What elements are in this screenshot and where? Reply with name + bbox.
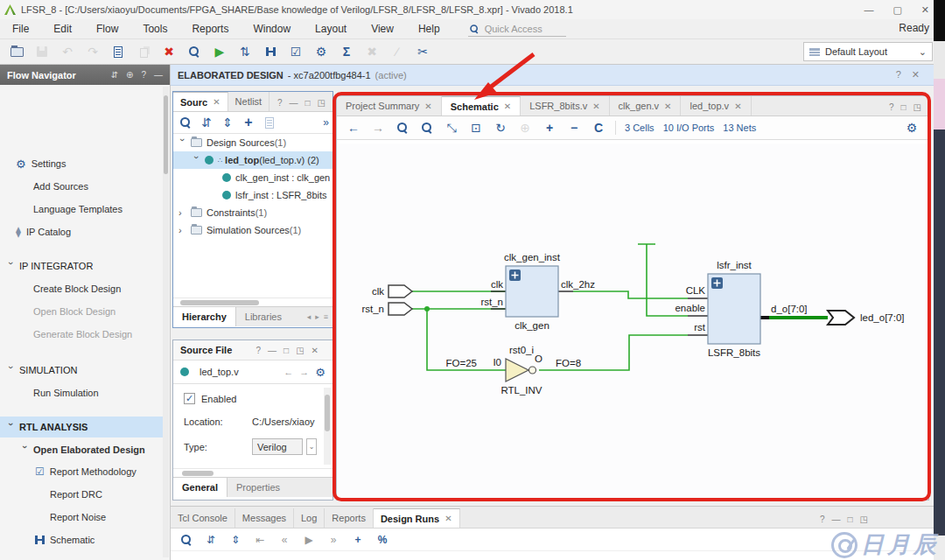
flow-item-run-simulation[interactable]: Run Simulation	[0, 382, 163, 403]
sources-hscrollbar[interactable]	[173, 298, 332, 306]
tab-project-summary[interactable]: Project Summary✕	[337, 96, 442, 116]
schematic-canvas[interactable]: clk rst_n clk rst_n clk_2hz clk_gen_inst…	[337, 144, 928, 500]
properties-vscrollbar[interactable]	[324, 388, 331, 465]
float-panel-icon[interactable]: ◳	[860, 514, 868, 524]
zoom-fit-icon[interactable]: ⤡	[444, 120, 459, 136]
zoom-out-icon[interactable]	[419, 120, 435, 136]
minimize-button[interactable]: —	[864, 4, 873, 16]
back-icon[interactable]: ←	[346, 120, 361, 136]
menu-window[interactable]: Window	[241, 23, 303, 35]
copy-button[interactable]	[136, 44, 151, 60]
tab-netlist[interactable]: Netlist	[228, 92, 270, 111]
minimize-panel-icon[interactable]: —	[832, 514, 841, 524]
add-icon[interactable]: +	[351, 532, 365, 548]
delete-button[interactable]: ✖	[161, 44, 177, 60]
tab-properties[interactable]: Properties	[228, 478, 289, 497]
tab-libraries[interactable]: Libraries	[236, 307, 290, 326]
tab-led-top[interactable]: led_top.v✕	[681, 96, 751, 116]
search-icon[interactable]	[179, 532, 193, 548]
regenerate-icon[interactable]: C	[591, 120, 606, 136]
menu-tools[interactable]: Tools	[130, 23, 179, 35]
undo-button[interactable]: ↶	[60, 44, 75, 60]
find-button[interactable]	[186, 44, 202, 60]
flow-item-add-sources[interactable]: Add Sources	[0, 176, 163, 197]
play-icon[interactable]: ▶	[302, 532, 316, 548]
minimize-panel-icon[interactable]: —	[268, 346, 276, 355]
nets-count-link[interactable]: 13 Nets	[723, 122, 756, 133]
tree-row-constraints[interactable]: › Constraints (1)	[173, 204, 332, 221]
cells-count-link[interactable]: 3 Cells	[625, 122, 654, 133]
menu-flow[interactable]: Flow	[84, 23, 130, 35]
float-panel-icon[interactable]: ◳	[296, 346, 304, 355]
close-button[interactable]: ✕	[921, 4, 929, 16]
close-icon[interactable]: ✕	[592, 102, 599, 111]
help-icon[interactable]: ?	[256, 346, 262, 355]
tab-design-runs[interactable]: Design Runs ✕	[374, 508, 460, 528]
checklist-button[interactable]: ☑	[288, 44, 304, 60]
flow-item-report-methodology[interactable]: ☑ Report Methodology	[0, 461, 163, 482]
menu-view[interactable]: View	[359, 23, 406, 35]
close-icon[interactable]: ✕	[912, 69, 920, 80]
search-icon[interactable]	[177, 115, 194, 130]
expand-all-icon[interactable]: ⇕	[228, 532, 242, 548]
flow-section-simulation[interactable]: › SIMULATION	[0, 360, 163, 381]
output-port-led-o[interactable]	[828, 311, 854, 325]
zoom-in-icon[interactable]	[395, 120, 410, 136]
tab-hierarchy[interactable]: Hierarchy	[173, 307, 236, 326]
menu-icon[interactable]: ≡	[324, 312, 328, 321]
flow-item-report-noise[interactable]: Report Noise	[0, 507, 163, 528]
tree-row-lsfr-inst[interactable]: lsfr_inst : LSFR_8bits	[173, 186, 332, 204]
tab-lsfr-8bits[interactable]: LSFR_8bits.v✕	[521, 96, 609, 116]
lsfr-block[interactable]	[708, 274, 760, 344]
tab-log[interactable]: Log	[294, 508, 325, 528]
gear-icon[interactable]: ⚙	[904, 120, 920, 136]
close-icon[interactable]: ✕	[734, 102, 741, 111]
redo-button[interactable]: ↷	[85, 44, 101, 60]
report-button[interactable]	[110, 44, 126, 60]
help-icon[interactable]: ?	[896, 69, 901, 80]
disabled-action-button[interactable]: ✖	[364, 44, 380, 60]
flow-item-open-elaborated-design[interactable]: › Open Elaborated Design	[0, 439, 163, 460]
collapse-all-icon[interactable]: ⇵	[198, 115, 215, 130]
close-icon[interactable]: ✕	[213, 97, 220, 107]
help-icon[interactable]: ?	[889, 102, 894, 112]
maximize-button[interactable]: ▢	[892, 4, 901, 16]
close-icon[interactable]: ✕	[664, 102, 671, 111]
step-button[interactable]: ⇅	[237, 44, 253, 60]
flow-item-open-block-design[interactable]: Open Block Design	[0, 301, 163, 322]
close-icon[interactable]: ✕	[504, 102, 511, 111]
tab-schematic[interactable]: Schematic✕	[442, 96, 521, 116]
minimize-panel-icon[interactable]: —	[290, 98, 298, 108]
open-project-button[interactable]	[9, 44, 24, 60]
layout-selector[interactable]: Default Layout ⌄	[803, 42, 933, 61]
gear-icon[interactable]: ⚙	[315, 366, 326, 379]
maximize-panel-icon[interactable]: □	[901, 102, 906, 112]
tab-general[interactable]: General	[173, 478, 228, 497]
prev-icon[interactable]: ◂	[307, 312, 312, 321]
flow-item-language-templates[interactable]: Language Templates	[0, 199, 163, 220]
menu-edit[interactable]: Edit	[41, 23, 84, 35]
close-icon[interactable]: ✕	[312, 346, 318, 355]
forward-icon[interactable]: →	[299, 367, 309, 377]
add-sources-icon[interactable]: +	[240, 115, 257, 130]
tree-row-clk-gen-inst[interactable]: clk_gen_inst : clk_gen	[173, 169, 332, 186]
remove-icon[interactable]: −	[566, 120, 582, 136]
sigma-button[interactable]: Σ	[339, 44, 354, 60]
menu-layout[interactable]: Layout	[303, 23, 359, 35]
add-icon[interactable]: +	[542, 120, 557, 136]
menu-reports[interactable]: Reports	[179, 23, 241, 35]
flow-section-ip-integrator[interactable]: › IP INTEGRATOR	[0, 256, 163, 276]
expand-all-icon[interactable]: ⇕	[219, 115, 236, 130]
inverter-gate[interactable]	[506, 359, 536, 382]
flow-item-ip-catalog[interactable]: ⧫ IP Catalog	[0, 221, 163, 242]
first-icon[interactable]: ⇤	[253, 532, 267, 548]
type-select-arrow[interactable]: ⌄	[306, 438, 317, 455]
float-panel-icon[interactable]: ◳	[318, 98, 326, 108]
save-button[interactable]	[34, 44, 50, 60]
help-icon[interactable]: ?	[277, 98, 283, 108]
rewind-icon[interactable]: «	[277, 532, 291, 548]
overflow-icon[interactable]: »	[323, 116, 329, 129]
close-icon[interactable]: ✕	[424, 102, 431, 111]
flow-item-schematic[interactable]: Schematic	[0, 529, 163, 550]
io-ports-count-link[interactable]: 10 I/O Ports	[663, 122, 715, 133]
